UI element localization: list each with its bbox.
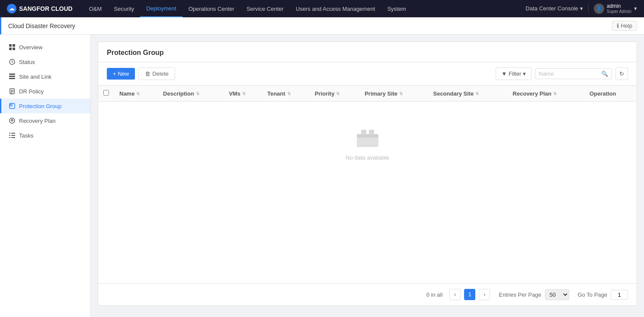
col-secondary-site: Secondary Site ⇅	[428, 86, 507, 102]
sidebar-item-status[interactable]: Status	[0, 54, 90, 69]
logo-text: SANGFOR CLOUD	[19, 5, 73, 12]
logo[interactable]: ☁ SANGFOR CLOUD	[7, 4, 73, 13]
new-button[interactable]: + New	[107, 68, 135, 80]
refresh-button[interactable]: ↻	[615, 67, 628, 80]
nav-item-system[interactable]: System	[381, 0, 412, 17]
pagination-bar: 0 in all ‹ 1 › Entries Per Page 50 10 20…	[98, 283, 637, 305]
avatar: 👤	[594, 3, 604, 14]
svg-rect-24	[361, 130, 366, 135]
prev-page-button[interactable]: ‹	[449, 289, 461, 300]
help-button[interactable]: ℹ Help	[612, 21, 637, 31]
status-icon	[9, 58, 16, 65]
content-area: Protection Group + New 🗑 Delete ▼ Filter…	[91, 35, 644, 317]
data-center-console[interactable]: Data Center Console ▾	[525, 5, 583, 12]
svg-rect-25	[369, 130, 374, 135]
breadcrumb: Cloud Disaster Recovery	[8, 22, 75, 29]
entries-select[interactable]: 50 10 20 100	[545, 289, 569, 300]
console-chevron-icon: ▾	[580, 5, 583, 12]
user-chevron-icon: ▾	[634, 5, 637, 12]
nav-item-om[interactable]: O&M	[83, 0, 108, 17]
sort-icon[interactable]: ⇅	[196, 91, 199, 96]
page-1-button[interactable]: 1	[464, 289, 475, 300]
help-label: Help	[621, 22, 632, 29]
svg-rect-13	[10, 104, 12, 106]
main-layout: Overview Status Site and Link	[0, 35, 644, 317]
grid-icon	[9, 44, 16, 51]
col-name: Name ⇅	[114, 86, 158, 102]
empty-icon	[355, 128, 381, 149]
search-icon[interactable]: 🔍	[601, 70, 608, 77]
user-name: admin	[607, 3, 631, 9]
sidebar-item-protection-group[interactable]: Protection Group	[0, 99, 90, 113]
goto-input[interactable]	[611, 290, 628, 300]
sidebar-item-recovery-plan[interactable]: Recovery Plan	[0, 113, 90, 128]
svg-rect-5	[9, 74, 15, 75]
col-operation: Operation	[584, 86, 637, 102]
sort-icon[interactable]: ⇅	[475, 91, 479, 96]
sort-icon[interactable]: ⇅	[336, 91, 340, 96]
col-priority: Priority ⇅	[310, 86, 359, 102]
nav-divider	[588, 4, 589, 13]
col-vms: VMs ⇅	[224, 86, 262, 102]
svg-rect-7	[9, 78, 15, 79]
total-count: 0 in all	[426, 291, 443, 298]
nav-item-users[interactable]: Users and Access Management	[290, 0, 381, 17]
dr-policy-icon	[9, 88, 16, 95]
filter-icon: ▼	[501, 70, 507, 77]
svg-rect-2	[9, 48, 12, 50]
breadcrumb-bar: Cloud Disaster Recovery ℹ Help	[0, 17, 644, 35]
delete-label: Delete	[152, 70, 169, 77]
svg-rect-3	[13, 48, 15, 50]
filter-label: Filter	[509, 70, 521, 77]
nav-item-security[interactable]: Security	[108, 0, 140, 17]
sort-icon[interactable]: ⇅	[553, 91, 557, 96]
sidebar-item-label: Overview	[19, 44, 42, 51]
empty-state: No data available	[98, 102, 637, 187]
search-input[interactable]	[539, 70, 599, 77]
filter-chevron-icon: ▾	[523, 70, 526, 77]
nav-item-service[interactable]: Service Center	[240, 0, 290, 17]
select-all-checkbox[interactable]	[103, 90, 109, 96]
site-link-icon	[9, 73, 16, 80]
sort-icon[interactable]: ⇅	[287, 91, 291, 96]
help-icon: ℹ	[617, 22, 619, 29]
sidebar-item-tasks[interactable]: Tasks	[0, 128, 90, 143]
console-label: Data Center Console	[525, 5, 578, 12]
filter-button[interactable]: ▼ Filter ▾	[496, 67, 532, 80]
empty-message: No data available	[346, 154, 389, 161]
user-text: admin Super Admin	[607, 3, 631, 14]
goto-label: Go To Page	[578, 291, 607, 298]
refresh-icon: ↻	[619, 70, 624, 77]
svg-rect-16	[9, 133, 10, 134]
select-all-column	[98, 86, 114, 102]
col-recovery-plan: Recovery Plan ⇅	[507, 86, 584, 102]
sidebar-item-overview[interactable]: Overview	[0, 40, 90, 54]
toolbar: + New 🗑 Delete ▼ Filter ▾ 🔍	[98, 62, 637, 86]
svg-rect-6	[9, 76, 15, 77]
sidebar-item-dr-policy[interactable]: DR Policy	[0, 84, 90, 99]
table-wrapper: Name ⇅ Description ⇅	[98, 86, 637, 283]
data-table: Name ⇅ Description ⇅	[98, 86, 637, 102]
search-box[interactable]: 🔍	[535, 68, 612, 79]
nav-items: O&M Security Deployment Operations Cente…	[83, 0, 526, 17]
content-panel: Protection Group + New 🗑 Delete ▼ Filter…	[98, 42, 637, 306]
nav-item-deployment[interactable]: Deployment	[140, 0, 182, 17]
toolbar-right: ▼ Filter ▾ 🔍 ↻	[496, 67, 628, 80]
recovery-plan-icon	[9, 117, 16, 124]
delete-button[interactable]: 🗑 Delete	[138, 67, 175, 80]
svg-rect-23	[357, 134, 378, 138]
user-info[interactable]: 👤 admin Super Admin ▾	[594, 3, 637, 14]
nav-item-operations[interactable]: Operations Center	[183, 0, 240, 17]
sort-icon[interactable]: ⇅	[136, 91, 140, 96]
protection-group-icon	[9, 102, 16, 109]
top-navigation: ☁ SANGFOR CLOUD O&M Security Deployment …	[0, 0, 644, 17]
col-description: Description ⇅	[158, 86, 224, 102]
svg-rect-0	[9, 44, 12, 47]
sort-icon[interactable]: ⇅	[242, 91, 246, 96]
svg-rect-18	[9, 135, 10, 136]
next-page-button[interactable]: ›	[479, 289, 490, 300]
sidebar-item-site-link[interactable]: Site and Link	[0, 69, 90, 84]
svg-rect-21	[11, 137, 15, 138]
sort-icon[interactable]: ⇅	[399, 91, 403, 96]
sidebar-item-label: Status	[19, 59, 35, 65]
